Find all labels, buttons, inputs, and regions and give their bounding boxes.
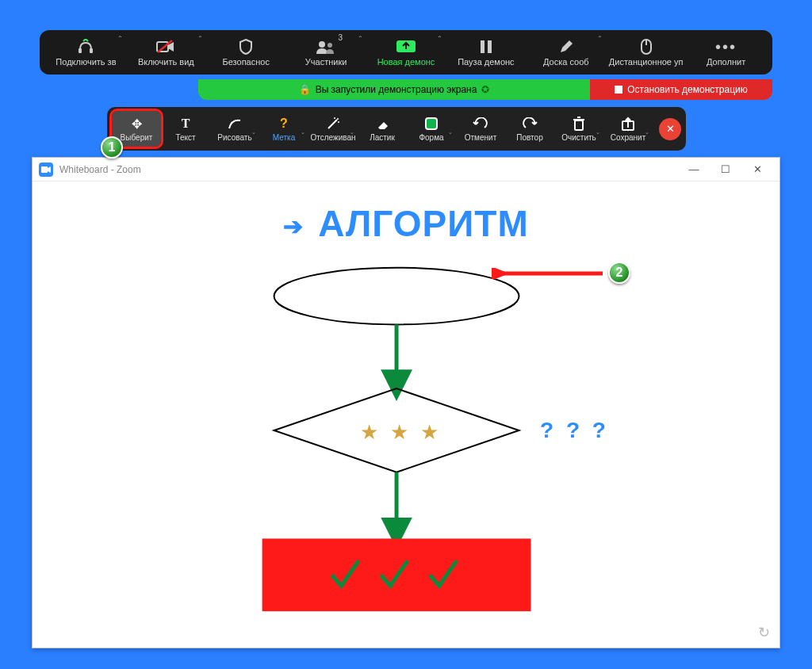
shield-check-icon: ✪ <box>481 84 489 95</box>
marker-tool-button[interactable]: ? Метка ⌄ <box>259 111 308 147</box>
svg-text:★: ★ <box>360 421 378 443</box>
svg-rect-0 <box>79 48 82 53</box>
remote-control-button[interactable]: Дистанционное уп <box>606 30 686 75</box>
label: Дистанционное уп <box>609 57 684 67</box>
window-title: Whiteboard - Zoom <box>59 164 141 175</box>
whiteboard-button[interactable]: Доска сооб ⌃ <box>526 30 606 75</box>
svg-point-21 <box>274 268 519 325</box>
question-icon: ? <box>280 116 288 132</box>
refresh-icon[interactable]: ↻ <box>758 624 770 641</box>
share-status-bar: 🔒 Вы запустили демонстрацию экрана ✪ Ост… <box>198 79 772 100</box>
label: Повтор <box>516 133 542 142</box>
label: Метка <box>273 133 295 142</box>
label: Включить вид <box>138 57 194 67</box>
svg-rect-2 <box>157 42 168 52</box>
badge-number: 1 <box>109 140 116 155</box>
chevron-up-icon: ⌃ <box>358 35 363 42</box>
chevron-up-icon: ⌃ <box>597 35 603 42</box>
label: Текст <box>175 133 195 142</box>
label: Безопаснос <box>223 57 270 67</box>
stop-text: Остановить демонстрацию <box>627 84 747 95</box>
svg-text:★: ★ <box>390 421 408 443</box>
close-icon: ✕ <box>666 123 675 135</box>
label: Сохранит <box>611 133 645 142</box>
eraser-tool-button[interactable]: Ластик <box>358 111 407 147</box>
clear-button[interactable]: Очистить ⌄ <box>554 111 603 147</box>
trash-icon <box>573 116 585 132</box>
format-tool-button[interactable]: Форма ⌄ <box>407 111 456 147</box>
svg-rect-1 <box>90 48 93 53</box>
chevron-down-icon: ⌄ <box>251 129 256 136</box>
start-video-button[interactable]: Включить вид ⌃ <box>126 30 206 75</box>
label: Рисовать <box>217 133 251 142</box>
label: Участники <box>305 57 347 67</box>
save-button[interactable]: Сохранит ⌄ <box>603 111 653 147</box>
badge-number: 2 <box>616 266 623 280</box>
eraser-icon <box>375 116 389 132</box>
label: Пауза демонс <box>458 57 514 67</box>
mouse-icon <box>641 38 652 55</box>
label: Выберит <box>121 133 153 142</box>
label: Отслеживан <box>310 133 355 142</box>
chevron-down-icon: ⌄ <box>301 129 305 136</box>
svg-point-12 <box>337 118 339 120</box>
close-annotation-button[interactable]: ✕ <box>659 118 681 140</box>
close-window-button[interactable]: ✕ <box>741 163 773 175</box>
draw-icon <box>228 116 242 132</box>
label: Подключить зв <box>56 57 116 67</box>
redo-icon <box>522 116 538 132</box>
callout-badge-2: 2 <box>608 262 630 284</box>
spotlight-tool-button[interactable]: Отслеживан ⌄ <box>308 111 358 147</box>
window-titlebar: Whiteboard - Zoom — ☐ ✕ <box>33 158 779 182</box>
svg-rect-15 <box>575 120 583 130</box>
label: Дополнит <box>707 57 745 67</box>
redo-button[interactable]: Повтор <box>505 111 554 147</box>
chevron-down-icon: ⌄ <box>448 129 453 136</box>
whiteboard-window: Whiteboard - Zoom — ☐ ✕ ➔АЛГОРИТМ ★ ★ ★ <box>32 157 780 648</box>
chevron-up-icon: ⌃ <box>437 35 442 42</box>
stop-share-button[interactable]: Остановить демонстрацию <box>590 79 772 100</box>
svg-rect-20 <box>41 166 48 173</box>
wand-icon <box>326 116 340 132</box>
svg-text:★: ★ <box>420 421 439 443</box>
share-screen-icon <box>396 38 416 55</box>
svg-line-11 <box>328 120 337 128</box>
text-tool-button[interactable]: T Текст <box>161 111 210 147</box>
minimize-button[interactable]: — <box>678 163 710 175</box>
pause-share-button[interactable]: Пауза демонс <box>446 30 526 75</box>
whiteboard-canvas[interactable]: ➔АЛГОРИТМ ★ ★ ★ <box>33 182 779 648</box>
svg-point-14 <box>338 121 339 123</box>
label: Форма <box>419 133 443 142</box>
lock-icon: 🔒 <box>299 84 311 95</box>
undo-button[interactable]: Отменит <box>456 111 505 147</box>
chevron-up-icon: ⌃ <box>197 35 203 42</box>
callout-arrow <box>492 268 607 279</box>
pause-icon <box>480 38 492 55</box>
chevron-down-icon: ⌄ <box>596 129 600 136</box>
shield-icon <box>239 38 253 55</box>
chevron-down-icon: ⌄ <box>350 129 354 136</box>
connect-audio-button[interactable]: Подключить зв ⌃ <box>46 30 126 75</box>
security-button[interactable]: Безопаснос <box>206 30 286 75</box>
draw-tool-button[interactable]: Рисовать ⌄ <box>210 111 259 147</box>
annotation-toolbar: ✥ Выберит T Текст Рисовать ⌄ ? Метка ⌄ О… <box>107 107 686 151</box>
new-share-button[interactable]: Новая демонс ⌃ <box>366 30 446 75</box>
label: Доска сооб <box>543 57 589 67</box>
svg-point-13 <box>334 117 335 119</box>
pencil-icon <box>559 38 573 55</box>
label: Очистить <box>561 133 596 142</box>
chevron-down-icon: ⌄ <box>645 129 649 136</box>
sharing-text: Вы запустили демонстрацию экрана <box>316 84 477 95</box>
headphones-icon <box>77 38 94 55</box>
video-off-icon <box>156 38 175 55</box>
move-icon: ✥ <box>132 116 142 132</box>
svg-point-4 <box>319 41 325 48</box>
zoom-app-icon <box>39 162 53 177</box>
callout-badge-1: 1 <box>101 136 123 159</box>
more-button[interactable]: ••• Дополнит <box>686 30 766 75</box>
more-icon: ••• <box>715 38 737 55</box>
participants-button[interactable]: 3 Участники ⌃ <box>286 30 366 75</box>
chevron-up-icon: ⌃ <box>117 35 123 42</box>
svg-rect-8 <box>488 40 492 53</box>
maximize-button[interactable]: ☐ <box>710 163 741 175</box>
